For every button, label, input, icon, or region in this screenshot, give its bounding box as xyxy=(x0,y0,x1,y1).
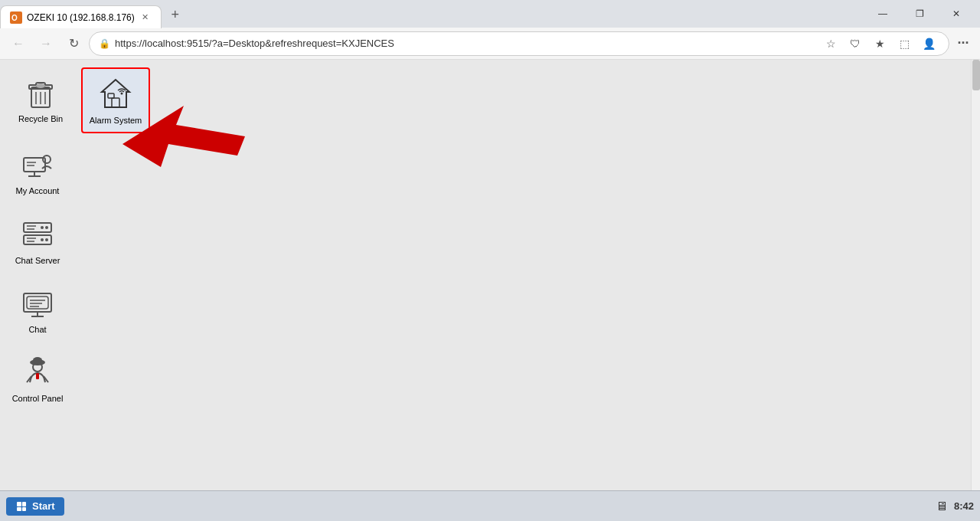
svg-point-16 xyxy=(43,156,51,163)
taskbar-right: 🖥 8:42 xyxy=(936,500,974,513)
nav-bar: ← → ↻ 🔒 https://localhost:9515/?a=Deskto… xyxy=(0,28,980,60)
svg-point-21 xyxy=(45,226,48,229)
svg-point-24 xyxy=(41,238,44,241)
window-controls: — ❐ ✕ xyxy=(859,0,980,28)
forward-button[interactable]: → xyxy=(34,31,58,56)
control-panel-icon-item[interactable]: Control Panel xyxy=(3,347,72,410)
nav-extra-buttons: ··· xyxy=(952,33,974,54)
svg-point-23 xyxy=(45,238,48,241)
chat-server-icon-item[interactable]: Chat Server xyxy=(3,209,72,272)
my-account-label: My Account xyxy=(16,185,60,196)
chat-icon xyxy=(19,284,56,321)
active-tab[interactable]: O OZEKI 10 (192.168.8.176) ✕ xyxy=(0,5,162,28)
svg-marker-9 xyxy=(102,80,129,107)
system-tray: 🖥 xyxy=(936,500,948,513)
svg-rect-46 xyxy=(17,507,21,511)
desktop-icons-container: Recycle Bin xyxy=(0,67,980,410)
recycle-bin-icon xyxy=(22,74,59,110)
title-bar: O OZEKI 10 (192.168.8.176) ✕ + — ❐ ✕ xyxy=(0,0,980,28)
start-label: Start xyxy=(32,500,55,512)
refresh-button[interactable]: ↻ xyxy=(61,31,86,56)
collections-icon[interactable]: ⬚ xyxy=(893,33,915,54)
svg-point-8 xyxy=(36,84,45,88)
desktop-area: Recycle Bin xyxy=(0,60,980,490)
svg-rect-10 xyxy=(112,98,119,107)
back-button[interactable]: ← xyxy=(6,31,31,56)
chat-server-label: Chat Server xyxy=(15,255,60,266)
svg-rect-13 xyxy=(24,158,45,172)
svg-rect-45 xyxy=(22,502,26,506)
maximize-button[interactable]: ❐ xyxy=(902,0,937,28)
tab-favicon: O xyxy=(10,11,22,24)
alarm-system-label: Alarm System xyxy=(90,115,142,126)
my-account-icon xyxy=(19,146,56,182)
recycle-bin-icon-item[interactable]: Recycle Bin xyxy=(6,67,75,133)
start-icon xyxy=(15,500,28,513)
system-clock: 8:42 xyxy=(954,500,974,512)
tab-strip: O OZEKI 10 (192.168.8.176) ✕ + xyxy=(0,0,859,28)
alarm-system-icon xyxy=(97,75,134,112)
monitor-tray-icon: 🖥 xyxy=(936,500,948,513)
chat-server-icon xyxy=(19,215,56,252)
svg-rect-41 xyxy=(36,373,39,379)
recycle-bin-label: Recycle Bin xyxy=(18,113,63,124)
security-lock-icon: 🔒 xyxy=(99,38,110,49)
svg-point-22 xyxy=(41,226,44,229)
tab-title: OZEKI 10 (192.168.8.176) xyxy=(27,12,135,23)
new-tab-button[interactable]: + xyxy=(165,4,186,25)
alarm-system-icon-item[interactable]: Alarm System xyxy=(81,67,150,133)
shield-icon[interactable]: 🛡 xyxy=(844,33,866,54)
more-options-button[interactable]: ··· xyxy=(952,33,974,54)
chat-icon-item[interactable]: Chat xyxy=(3,278,72,341)
bookmark-icon[interactable]: ★ xyxy=(869,33,890,54)
taskbar: Start 🖥 8:42 xyxy=(0,490,980,521)
scrollbar[interactable] xyxy=(971,60,980,490)
svg-rect-44 xyxy=(17,502,21,506)
profile-icon[interactable]: 👤 xyxy=(918,33,939,54)
minimize-button[interactable]: — xyxy=(865,0,900,28)
scrollbar-thumb[interactable] xyxy=(972,60,980,90)
close-button[interactable]: ✕ xyxy=(939,0,974,28)
browser-window: O OZEKI 10 (192.168.8.176) ✕ + — ❐ ✕ ← →… xyxy=(0,0,980,521)
chat-label: Chat xyxy=(28,324,46,335)
address-bar[interactable]: 🔒 https://localhost:9515/?a=Desktop&refr… xyxy=(89,31,949,56)
address-bar-icons: ☆ 🛡 ★ ⬚ 👤 xyxy=(820,33,939,54)
star-icon[interactable]: ☆ xyxy=(820,33,841,54)
my-account-icon-item[interactable]: My Account xyxy=(3,139,72,202)
svg-rect-11 xyxy=(108,93,114,98)
svg-point-12 xyxy=(121,93,123,95)
start-button[interactable]: Start xyxy=(6,497,64,516)
url-text: https://localhost:9515/?a=Desktop&refres… xyxy=(115,38,815,49)
control-panel-label: Control Panel xyxy=(12,393,64,404)
tab-close-button[interactable]: ✕ xyxy=(139,11,152,24)
svg-rect-47 xyxy=(22,507,26,511)
control-panel-icon xyxy=(19,353,56,390)
svg-text:O: O xyxy=(11,14,18,22)
